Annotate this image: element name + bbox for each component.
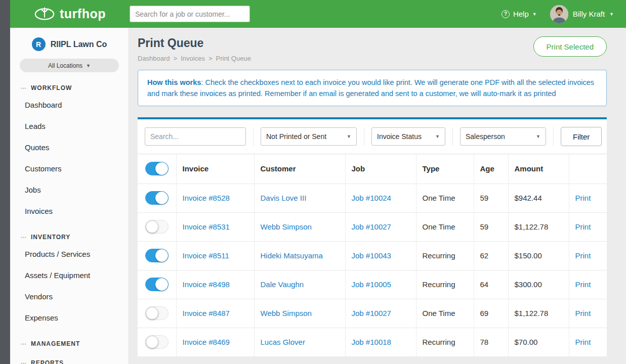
sidebar-item-customers[interactable]: Customers xyxy=(10,158,129,179)
sidebar-item-jobs[interactable]: Jobs xyxy=(10,179,129,200)
salesperson-select[interactable]: Salesperson ▼ xyxy=(460,127,546,146)
global-search-input[interactable] xyxy=(130,6,250,22)
filter-row: Not Printed or Sent ▼ Invoice Status ▼ S… xyxy=(138,119,607,154)
info-box-body: : Check the checkboxes next to each invo… xyxy=(147,78,594,98)
row-toggle[interactable] xyxy=(145,306,169,320)
customer-link[interactable]: Dale Vaughn xyxy=(261,280,304,289)
print-link[interactable]: Print xyxy=(575,338,591,346)
status-filter-group: Invoice Status ▼ xyxy=(364,127,452,146)
top-bar: turfhop ? Help ▼ Billy Kraft ▼ xyxy=(10,0,626,28)
help-menu[interactable]: ? Help ▼ xyxy=(502,10,537,18)
breadcrumb-separator: > xyxy=(208,55,213,62)
left-edge-strip xyxy=(0,0,10,364)
col-type: Type xyxy=(416,154,474,184)
age-cell: 62 xyxy=(474,241,508,270)
invoice-link[interactable]: Invoice #8487 xyxy=(183,309,230,317)
main-content: Print Queue Dashboard > Invoices > Print… xyxy=(130,28,626,364)
print-selected-button[interactable]: Print Selected xyxy=(533,36,607,57)
user-menu[interactable]: Billy Kraft ▼ xyxy=(550,5,614,23)
type-cell: Recurring xyxy=(416,270,474,299)
company-name: RIIPL Lawn Co xyxy=(51,40,107,49)
col-job: Job xyxy=(345,154,416,184)
invoice-link[interactable]: Invoice #8498 xyxy=(183,280,230,289)
row-toggle[interactable] xyxy=(145,335,169,349)
row-toggle[interactable] xyxy=(145,191,169,205)
chevron-down-icon: ▼ xyxy=(609,12,614,17)
type-cell: One Time xyxy=(416,212,474,241)
table-row: Invoice #8487 Webb Simpson Job #10027 On… xyxy=(138,299,607,328)
age-cell: 69 xyxy=(474,299,508,328)
sidebar-item-dashboard[interactable]: Dashboard xyxy=(10,94,129,115)
table-row: Invoice #8528 Davis Love III Job #10024 … xyxy=(138,184,607,212)
age-cell: 59 xyxy=(474,184,508,212)
job-link[interactable]: Job #10024 xyxy=(352,194,391,202)
row-toggle[interactable] xyxy=(145,278,169,291)
amount-cell: $1,122.78 xyxy=(508,299,569,328)
chevron-down-icon: ▼ xyxy=(435,134,440,139)
print-link[interactable]: Print xyxy=(575,309,591,317)
invoice-link[interactable]: Invoice #8511 xyxy=(183,251,229,260)
job-link[interactable]: Job #10018 xyxy=(352,338,391,346)
sidebar-item-invoices[interactable]: Invoices xyxy=(10,200,129,221)
chevron-down-icon: ▼ xyxy=(86,63,91,68)
select-all-toggle[interactable] xyxy=(145,162,169,175)
print-link[interactable]: Print xyxy=(575,251,591,260)
breadcrumb-invoices[interactable]: Invoices xyxy=(181,55,205,62)
section-dash-icon: ⋯ xyxy=(21,85,27,92)
table-row: Invoice #8511 Hideki Matsuyama Job #1004… xyxy=(138,241,607,270)
sidebar-nav: ⋯ WORKFLOW Dashboard Leads Quotes Custom… xyxy=(10,84,129,364)
brand-name: turfhop xyxy=(60,7,106,21)
salesperson-value: Salesperson xyxy=(466,132,505,141)
toggle-knob xyxy=(146,220,158,233)
row-toggle[interactable] xyxy=(145,249,169,262)
breadcrumb: Dashboard > Invoices > Print Queue xyxy=(138,55,251,62)
section-dash-icon: ⋯ xyxy=(21,360,27,364)
sidebar-item-products-services[interactable]: Products / Services xyxy=(10,243,129,264)
sidebar-item-expenses[interactable]: Expenses xyxy=(10,307,129,328)
table-row: Invoice #8531 Webb Simpson Job #10027 On… xyxy=(138,212,607,241)
job-link[interactable]: Job #10005 xyxy=(352,280,391,289)
job-link[interactable]: Job #10027 xyxy=(352,309,391,317)
print-link[interactable]: Print xyxy=(575,194,591,202)
chevron-down-icon: ▼ xyxy=(347,134,351,139)
customer-link[interactable]: Davis Love III xyxy=(261,194,307,202)
col-age: Age xyxy=(474,154,508,184)
invoice-link[interactable]: Invoice #8531 xyxy=(183,222,230,231)
job-link[interactable]: Job #10027 xyxy=(352,222,391,231)
breadcrumb-current: Print Queue xyxy=(216,55,251,62)
toggle-knob xyxy=(155,192,168,204)
section-label-text: WORKFLOW xyxy=(31,84,72,92)
invoice-link[interactable]: Invoice #8469 xyxy=(183,338,230,346)
company-row[interactable]: R RIIPL Lawn Co xyxy=(10,37,129,51)
info-box: How this works: Check the checkboxes nex… xyxy=(138,70,607,106)
print-link[interactable]: Print xyxy=(575,280,591,289)
chevron-down-icon: ▼ xyxy=(536,134,540,139)
customer-link[interactable]: Hideki Matsuyama xyxy=(261,251,323,260)
filter-button[interactable]: Filter xyxy=(561,127,602,146)
sidebar-item-vendors[interactable]: Vendors xyxy=(10,286,129,307)
invoice-status-select[interactable]: Invoice Status ▼ xyxy=(371,127,445,146)
location-filter-dropdown[interactable]: All Locations ▼ xyxy=(20,59,119,72)
invoice-link[interactable]: Invoice #8528 xyxy=(183,194,230,202)
sidebar-item-leads[interactable]: Leads xyxy=(10,115,129,136)
customer-link[interactable]: Webb Simpson xyxy=(261,222,312,231)
sidebar-item-assets-equipment[interactable]: Assets / Equipment xyxy=(10,264,129,286)
col-invoice: Invoice xyxy=(176,154,254,184)
table-search-input[interactable] xyxy=(145,127,246,146)
age-cell: 64 xyxy=(474,270,508,299)
sprinkler-logo-icon xyxy=(34,6,55,23)
amount-cell: $70.00 xyxy=(508,328,569,356)
customer-link[interactable]: Webb Simpson xyxy=(261,309,312,317)
filter-search-group xyxy=(138,127,253,146)
age-cell: 78 xyxy=(474,328,508,356)
chevron-down-icon: ▼ xyxy=(532,12,537,17)
print-link[interactable]: Print xyxy=(575,222,591,231)
job-link[interactable]: Job #10043 xyxy=(352,251,391,260)
customer-link[interactable]: Lucas Glover xyxy=(261,338,305,346)
row-toggle[interactable] xyxy=(145,220,169,234)
brand-logo[interactable]: turfhop xyxy=(10,6,130,23)
printed-filter-select[interactable]: Not Printed or Sent ▼ xyxy=(261,127,357,146)
toggle-knob xyxy=(155,249,168,262)
breadcrumb-dashboard[interactable]: Dashboard xyxy=(138,55,170,62)
sidebar-item-quotes[interactable]: Quotes xyxy=(10,136,129,158)
